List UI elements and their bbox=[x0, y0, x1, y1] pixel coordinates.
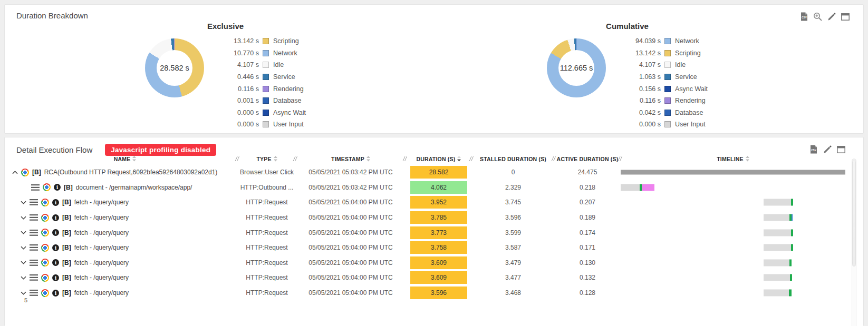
edit-icon[interactable] bbox=[827, 12, 836, 21]
legend-item[interactable]: 0.116 sRendering bbox=[621, 95, 708, 107]
name-cell: i[B]fetch - /query/query bbox=[12, 244, 238, 252]
legend-item[interactable]: 0.000 sAsync Wait bbox=[219, 107, 306, 119]
table-row[interactable]: i[B]fetch - /query/queryHTTP:Request05/0… bbox=[12, 285, 845, 301]
table-row[interactable]: i[B]fetch - /query/queryHTTP:Request05/0… bbox=[12, 210, 845, 225]
active-duration-cell: 0.132 bbox=[554, 274, 621, 281]
type-cell: HTTP:Request bbox=[238, 199, 296, 206]
menu-icon[interactable] bbox=[30, 290, 38, 296]
info-icon[interactable]: i bbox=[52, 229, 59, 236]
info-icon[interactable]: i bbox=[52, 259, 59, 266]
legend-item[interactable]: 0.116 sRendering bbox=[219, 83, 306, 95]
sort-icon[interactable] bbox=[457, 156, 461, 163]
column-header-timeline[interactable]: TIMELINE bbox=[621, 153, 845, 165]
legend-item[interactable]: 1.063 sService bbox=[621, 71, 708, 83]
timeline-segment bbox=[791, 244, 793, 251]
info-icon[interactable]: i bbox=[52, 244, 59, 251]
csv-export-icon[interactable]: CSV bbox=[799, 12, 808, 21]
expand-chevron-icon[interactable] bbox=[21, 291, 26, 295]
table-row[interactable]: i[B]fetch - /query/queryHTTP:Request05/0… bbox=[12, 270, 845, 285]
expand-chevron-icon[interactable] bbox=[21, 246, 26, 250]
info-icon[interactable]: i bbox=[52, 290, 59, 297]
timeline-cell bbox=[621, 195, 845, 210]
timeline-bar[interactable] bbox=[764, 290, 845, 297]
donut-center-label: 112.665 s bbox=[547, 38, 606, 97]
legend-item[interactable]: 0.001 sDatabase bbox=[219, 95, 306, 107]
sort-icon[interactable] bbox=[274, 156, 277, 163]
edit-icon[interactable] bbox=[823, 145, 832, 154]
legend-item[interactable]: 13.142 sScripting bbox=[219, 35, 306, 47]
sort-icon[interactable] bbox=[746, 156, 749, 163]
timeline-bar[interactable] bbox=[764, 244, 845, 251]
table-row[interactable]: [B]RCA(Outbound HTTP Request,6092bfea592… bbox=[12, 165, 845, 180]
timeline-bar[interactable] bbox=[764, 229, 845, 236]
legend-value: 0.000 s bbox=[219, 121, 259, 128]
legend-value: 0.042 s bbox=[621, 109, 661, 116]
menu-icon[interactable] bbox=[30, 230, 38, 236]
menu-icon[interactable] bbox=[30, 199, 38, 205]
expand-chevron-icon[interactable] bbox=[21, 201, 26, 204]
legend-item[interactable]: 10.770 sNetwork bbox=[219, 47, 306, 60]
scrollbar-thumb[interactable] bbox=[852, 160, 856, 266]
legend-item[interactable]: 94.039 sNetwork bbox=[621, 35, 708, 47]
info-icon[interactable]: i bbox=[52, 214, 59, 221]
legend-item[interactable]: 0.446 sService bbox=[219, 71, 306, 83]
timeline-bar[interactable] bbox=[621, 170, 845, 175]
duration-cell: 3.609 bbox=[406, 271, 472, 284]
info-icon[interactable]: i bbox=[52, 199, 59, 206]
csv-export-icon[interactable]: CSV bbox=[809, 145, 818, 154]
menu-icon[interactable] bbox=[31, 184, 40, 191]
column-header-type[interactable]: TYPE bbox=[238, 153, 296, 165]
info-icon[interactable]: i bbox=[52, 274, 59, 281]
menu-icon[interactable] bbox=[30, 214, 38, 221]
timeline-bar[interactable] bbox=[764, 199, 845, 206]
active-duration-cell: 0.207 bbox=[554, 199, 621, 206]
row-name-text: document - /germainapm/workspace/app/ bbox=[76, 184, 192, 191]
expand-chevron-icon[interactable] bbox=[21, 216, 26, 220]
zoom-in-icon[interactable] bbox=[813, 12, 822, 21]
timeline-bar[interactable] bbox=[621, 184, 845, 191]
expand-chevron-icon[interactable] bbox=[21, 276, 26, 280]
timestamp-cell: 05/05/2021 05:04:00 PM UTC bbox=[296, 274, 406, 281]
chrome-browser-icon bbox=[41, 214, 49, 222]
vertical-scrollbar[interactable] bbox=[852, 159, 856, 326]
menu-icon[interactable] bbox=[30, 274, 38, 281]
expand-chevron-icon[interactable] bbox=[21, 231, 26, 234]
expand-chevron-icon[interactable] bbox=[21, 261, 26, 264]
breakdown-toolbar: CSV bbox=[799, 12, 850, 21]
column-header-timestamp[interactable]: TIMESTAMP bbox=[296, 153, 406, 165]
column-header-duration-s[interactable]: DURATION (S) bbox=[406, 153, 472, 165]
legend-item[interactable]: 0.000 sUser Input bbox=[621, 118, 708, 131]
timeline-bar[interactable] bbox=[764, 259, 845, 266]
duration-value-badge: 28.582 bbox=[410, 166, 467, 179]
maximize-icon[interactable] bbox=[836, 145, 845, 154]
maximize-icon[interactable] bbox=[841, 12, 850, 21]
menu-icon[interactable] bbox=[30, 260, 38, 266]
legend-item[interactable]: 0.156 sAsync Wait bbox=[621, 83, 708, 95]
cumulative-donut-chart[interactable]: 112.665 s bbox=[547, 38, 606, 97]
timeline-cell bbox=[621, 240, 845, 255]
table-row[interactable]: i[B]document - /germainapm/workspace/app… bbox=[12, 180, 845, 195]
active-duration-cell: 0.174 bbox=[554, 229, 621, 236]
table-row[interactable]: i[B]fetch - /query/queryHTTP:Request05/0… bbox=[12, 240, 845, 255]
menu-icon[interactable] bbox=[30, 244, 38, 251]
table-body: [B]RCA(Outbound HTTP Request,6092bfea592… bbox=[12, 165, 845, 300]
exclusive-donut-chart[interactable]: 28.582 s bbox=[145, 38, 204, 97]
legend-item[interactable]: 4.107 sIdle bbox=[219, 59, 306, 71]
column-header-name[interactable]: NAME bbox=[12, 153, 238, 165]
legend-item[interactable]: 13.142 sScripting bbox=[621, 47, 708, 60]
column-header-active-duration-s[interactable]: ACTIVE DURATION (S) bbox=[554, 153, 621, 165]
row-name-text: fetch - /query/query bbox=[74, 199, 129, 206]
sort-icon[interactable] bbox=[132, 156, 136, 163]
timeline-bar[interactable] bbox=[764, 214, 845, 221]
sort-icon[interactable] bbox=[367, 156, 370, 163]
timeline-bar[interactable] bbox=[764, 274, 845, 281]
column-header-stalled-duration-s[interactable]: STALLED DURATION (S) bbox=[472, 153, 554, 165]
table-row[interactable]: i[B]fetch - /query/queryHTTP:Request05/0… bbox=[12, 195, 845, 210]
table-row[interactable]: i[B]fetch - /query/queryHTTP:Request05/0… bbox=[12, 255, 845, 271]
info-icon[interactable]: i bbox=[54, 184, 61, 191]
legend-item[interactable]: 0.000 sUser Input bbox=[219, 118, 306, 131]
legend-item[interactable]: 4.107 sIdle bbox=[621, 59, 708, 71]
collapse-chevron-icon[interactable] bbox=[12, 171, 18, 174]
legend-item[interactable]: 0.042 sDatabase bbox=[621, 107, 708, 119]
table-row[interactable]: i[B]fetch - /query/queryHTTP:Request05/0… bbox=[12, 225, 845, 240]
